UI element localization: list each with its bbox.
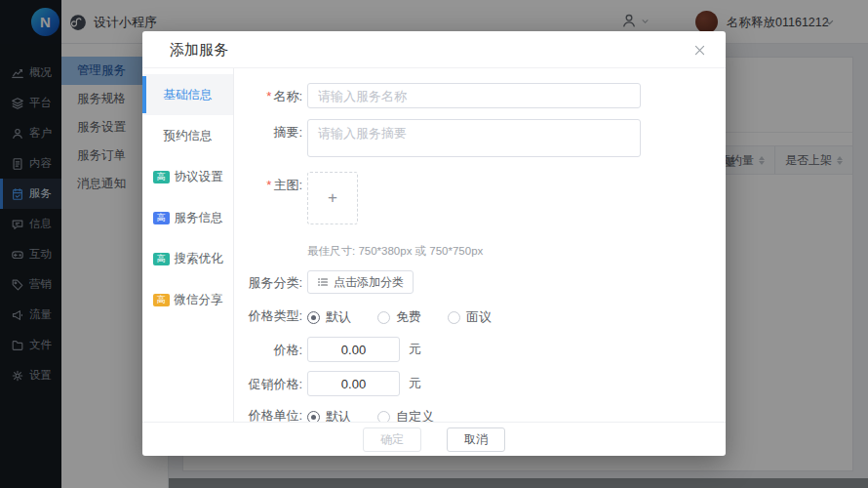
radio-dot-icon (377, 411, 390, 423)
name-label: *名称: (234, 83, 302, 105)
modal-footer: 确定 取消 (142, 422, 726, 456)
radio-price-type-free[interactable]: 免费 (377, 308, 421, 326)
cancel-button[interactable]: 取消 (447, 427, 505, 452)
tab-search-optimization[interactable]: 高 搜索优化 (142, 238, 233, 279)
price-unit-label: 价格单位: (234, 405, 302, 422)
close-icon[interactable] (690, 41, 708, 59)
form-row-name: *名称: (234, 83, 726, 108)
confirm-button[interactable]: 确定 (363, 427, 421, 452)
promo-price-label: 促销价格: (234, 371, 302, 393)
tab-reservation-info[interactable]: 预约信息 (142, 115, 233, 156)
form-row-promo-price: 促销价格: 元 (234, 371, 726, 396)
modal-header: 添加服务 (142, 31, 726, 68)
radio-dot-icon (377, 311, 390, 324)
radio-dot-icon (307, 411, 320, 423)
form-row-category: 服务分类: 点击添加分类 (234, 270, 726, 294)
price-type-label: 价格类型: (234, 305, 302, 325)
radio-price-type-default[interactable]: 默认 (307, 308, 351, 326)
form-row-price-type: 价格类型: 默认 免费 面议 (234, 305, 726, 326)
form-row-summary: 摘要: (234, 119, 726, 157)
summary-label: 摘要: (234, 119, 302, 142)
app-root: N 设计小程序 名称释放01161212 概况 (0, 0, 868, 488)
main-image-label: *主图: (234, 172, 302, 194)
add-category-button[interactable]: 点击添加分类 (307, 270, 414, 294)
category-label: 服务分类: (234, 270, 302, 292)
modal-title: 添加服务 (170, 31, 228, 68)
radio-dot-icon (448, 311, 460, 324)
radio-price-type-negotiable[interactable]: 面议 (448, 308, 492, 326)
radio-dot-icon (307, 311, 320, 324)
summary-textarea[interactable] (307, 119, 641, 157)
list-icon (317, 276, 329, 288)
promo-price-unit-suffix: 元 (409, 375, 421, 392)
premium-badge: 高 (153, 294, 170, 306)
tab-service-info[interactable]: 高 服务信息 (142, 197, 233, 238)
modal-body: 基础信息 预约信息 高 协议设置 高 服务信息 高 搜索优化 (142, 68, 726, 422)
tab-agreement-settings[interactable]: 高 协议设置 (142, 156, 233, 197)
basic-info-form: *名称: 摘要: *主图: + 最佳尺寸: 750*380px 或 750*75… (234, 68, 726, 422)
price-unit-suffix: 元 (409, 341, 421, 358)
radio-price-unit-custom[interactable]: 自定义 (377, 408, 434, 422)
size-hint: 最佳尺寸: 750*380px 或 750*750px (234, 244, 483, 259)
price-label: 价格: (234, 337, 302, 359)
tab-wechat-share[interactable]: 高 微信分享 (142, 279, 233, 320)
image-upload-box[interactable]: + (307, 172, 358, 224)
name-input[interactable] (307, 83, 641, 108)
plus-icon: + (328, 188, 337, 208)
form-row-price-unit: 价格单位: 默认 自定义 (234, 405, 726, 422)
form-row-price: 价格: 元 (234, 337, 726, 362)
form-row-size-hint: 最佳尺寸: 750*380px 或 750*750px (234, 244, 726, 259)
radio-price-unit-default[interactable]: 默认 (307, 408, 351, 422)
premium-badge: 高 (153, 212, 170, 224)
form-row-main-image: *主图: + (234, 172, 726, 224)
promo-price-input[interactable] (307, 371, 400, 396)
tab-basic-info[interactable]: 基础信息 (142, 74, 233, 115)
premium-badge: 高 (153, 171, 170, 183)
add-service-modal: 添加服务 基础信息 预约信息 高 协议设置 高 服务信息 (142, 31, 726, 456)
price-input[interactable] (307, 337, 400, 362)
premium-badge: 高 (153, 253, 170, 265)
modal-tab-list: 基础信息 预约信息 高 协议设置 高 服务信息 高 搜索优化 (142, 68, 234, 422)
